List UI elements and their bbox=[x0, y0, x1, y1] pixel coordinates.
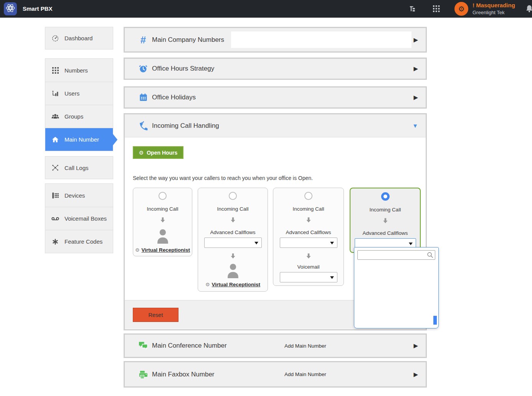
add-main-number-label: Add Main Number bbox=[284, 343, 326, 349]
sidebar-item-dashboard[interactable]: Dashboard bbox=[45, 27, 113, 49]
sidebar-item-users[interactable]: Users bbox=[45, 82, 113, 105]
groups-icon bbox=[51, 113, 59, 120]
virtual-receptionist-link-row[interactable]: ⚙ Virtual Receptionist bbox=[135, 247, 190, 253]
sidebar-group-main: Numbers Users Groups Main Number bbox=[45, 58, 113, 151]
panel-title: Main Company Numbers bbox=[152, 36, 224, 44]
panel-main-conference-number: Main Conference Number Add Main Number ▶ bbox=[124, 333, 427, 358]
gear-icon: ⚙ bbox=[458, 5, 464, 13]
flow-down-arrow-icon bbox=[382, 217, 389, 226]
panel-main-faxbox-number: Main Faxbox Number Add Main Number ▶ bbox=[124, 361, 427, 388]
panel-header[interactable]: Incoming Call Handling ▼ bbox=[125, 114, 426, 137]
expand-arrow-icon[interactable]: ▶ bbox=[413, 65, 418, 72]
panel-title: Incoming Call Handling bbox=[152, 122, 219, 130]
sidebar-item-voicemail-boxes[interactable]: Voicemail Boxes bbox=[45, 207, 113, 230]
expand-arrow-icon[interactable]: ▶ bbox=[413, 371, 418, 378]
app-logo[interactable] bbox=[4, 2, 17, 15]
strategy-card-callflow-voicemail: Incoming Call Advanced Callflows Voicema… bbox=[273, 188, 344, 286]
hash-icon: # bbox=[137, 35, 149, 45]
panel-office-holidays: Office Holidays ▶ bbox=[124, 86, 427, 109]
sidebar-group-devices: Devices Voicemail Boxes Feature Codes bbox=[45, 183, 113, 253]
sidebar-item-main-number[interactable]: Main Number bbox=[45, 128, 113, 151]
incoming-call-handling-body: ⚙ Open Hours Select the way you want you… bbox=[125, 137, 426, 300]
flow-down-arrow-icon bbox=[305, 216, 312, 225]
search-icon bbox=[427, 252, 433, 260]
strategy-radio-selected[interactable] bbox=[381, 192, 390, 201]
masquerading-label: ! Masquerading bbox=[473, 2, 515, 9]
dropdown-results-list bbox=[354, 263, 438, 328]
sidebar-item-call-logs[interactable]: Call Logs bbox=[45, 157, 113, 179]
panel-title: Office Hours Strategy bbox=[152, 65, 214, 73]
apps-grid-icon[interactable] bbox=[433, 0, 440, 18]
account-name: Greenlight Tek bbox=[473, 9, 515, 16]
alarm-clock-icon bbox=[137, 64, 149, 73]
expand-arrow-icon[interactable]: ▶ bbox=[413, 342, 418, 349]
virtual-receptionist-link[interactable]: Virtual Receptionist bbox=[212, 282, 261, 287]
panel-title: Office Holidays bbox=[152, 94, 196, 101]
account-tree-icon[interactable] bbox=[409, 0, 416, 18]
sidebar-group-calllogs: Call Logs bbox=[45, 156, 113, 179]
flow-down-arrow-icon bbox=[305, 252, 312, 261]
masquerading-gear-button[interactable]: ⚙ bbox=[454, 2, 468, 16]
add-main-number-label: Add Main Number bbox=[284, 371, 326, 377]
asterisk-icon bbox=[51, 239, 59, 245]
call-logs-icon bbox=[51, 164, 59, 171]
sidebar-item-label: Main Number bbox=[64, 136, 99, 143]
calendar-icon bbox=[137, 93, 149, 102]
voicemail-icon bbox=[51, 216, 59, 221]
open-hours-button[interactable]: ⚙ Open Hours bbox=[133, 146, 183, 159]
voicemail-select[interactable] bbox=[280, 272, 337, 282]
sidebar-item-label: Numbers bbox=[64, 67, 88, 74]
incoming-call-label: Incoming Call bbox=[147, 206, 178, 212]
sidebar-group-dashboard: Dashboard bbox=[45, 27, 113, 50]
panel-header[interactable]: Main Faxbox Number Add Main Number ▶ bbox=[125, 362, 426, 386]
panel-header[interactable]: Office Hours Strategy ▶ bbox=[125, 59, 426, 79]
expand-arrow-icon[interactable]: ▶ bbox=[413, 36, 418, 43]
users-icon bbox=[51, 90, 59, 97]
dropdown-search-wrap bbox=[357, 250, 435, 260]
notifications-bell-icon[interactable] bbox=[525, 4, 532, 15]
sidebar-item-label: Users bbox=[64, 90, 79, 97]
dropdown-scrollbar-thumb[interactable] bbox=[433, 316, 437, 325]
dashboard-icon bbox=[51, 35, 59, 42]
advanced-callflows-select[interactable] bbox=[280, 238, 337, 248]
strategy-card-callflow-selected: Incoming Call Advanced Callflows bbox=[350, 188, 421, 253]
sidebar-item-groups[interactable]: Groups bbox=[45, 105, 113, 128]
collapse-arrow-icon[interactable]: ▼ bbox=[412, 122, 418, 129]
expand-arrow-icon[interactable]: ▶ bbox=[413, 94, 418, 101]
panel-title: Main Conference Number bbox=[152, 342, 227, 350]
reset-button[interactable]: Reset bbox=[133, 308, 178, 322]
virtual-receptionist-link[interactable]: Virtual Receptionist bbox=[142, 247, 190, 253]
panel-header[interactable]: Main Conference Number Add Main Number ▶ bbox=[125, 335, 426, 357]
advanced-callflows-select[interactable] bbox=[204, 238, 262, 248]
panel-header[interactable]: Office Holidays ▶ bbox=[125, 87, 426, 107]
dropdown-search-input[interactable] bbox=[357, 250, 435, 260]
fax-icon bbox=[137, 370, 149, 379]
top-bar: Smart PBX ⚙ ! Masquerading Greenlight Te… bbox=[0, 0, 532, 18]
devices-icon bbox=[51, 192, 59, 199]
main-numbers-empty-area bbox=[231, 31, 411, 48]
strategy-radio[interactable] bbox=[229, 192, 237, 200]
callflow-dropdown-popup bbox=[354, 247, 439, 328]
flow-down-arrow-icon bbox=[230, 216, 236, 225]
gear-icon: ⚙ bbox=[139, 150, 144, 156]
incoming-call-label: Incoming Call bbox=[217, 206, 249, 212]
sidebar-item-label: Dashboard bbox=[64, 35, 93, 41]
masquerading-info[interactable]: ! Masquerading Greenlight Tek bbox=[473, 2, 515, 16]
sidebar-item-numbers[interactable]: Numbers bbox=[45, 59, 113, 82]
panel-header[interactable]: # Main Company Numbers ▶ bbox=[125, 28, 426, 51]
gear-icon: ⚙ bbox=[135, 247, 140, 253]
virtual-receptionist-link-row[interactable]: ⚙ Virtual Receptionist bbox=[205, 282, 260, 287]
sidebar-item-label: Voicemail Boxes bbox=[64, 215, 107, 222]
strategy-radio[interactable] bbox=[159, 192, 167, 200]
instruction-text: Select the way you want your callers to … bbox=[133, 175, 313, 181]
sidebar-item-feature-codes[interactable]: Feature Codes bbox=[45, 230, 113, 253]
sidebar-item-devices[interactable]: Devices bbox=[45, 184, 113, 207]
flow-down-arrow-icon bbox=[230, 252, 236, 261]
incoming-call-label: Incoming Call bbox=[370, 207, 401, 213]
strategy-radio[interactable] bbox=[304, 192, 312, 200]
panel-title: Main Faxbox Number bbox=[152, 371, 215, 378]
app-title: Smart PBX bbox=[23, 0, 53, 18]
sidebar-item-label: Groups bbox=[64, 113, 83, 120]
incoming-call-icon bbox=[137, 121, 149, 131]
numbers-grid-icon bbox=[51, 67, 59, 74]
